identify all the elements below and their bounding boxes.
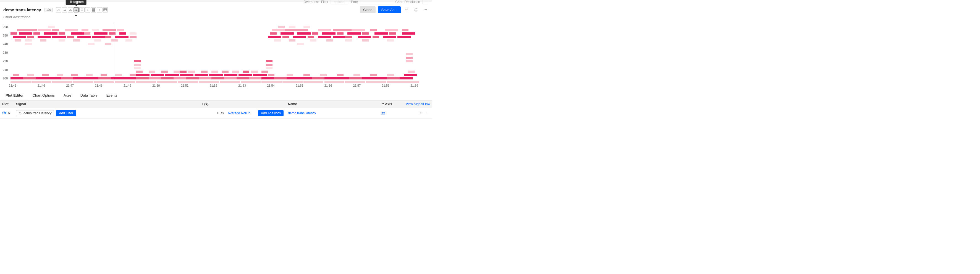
share-icon[interactable]	[403, 6, 410, 13]
more-icon[interactable]	[422, 6, 429, 13]
chart-type-text-chart[interactable]: !	[97, 7, 102, 13]
svg-rect-0	[69, 10, 70, 11]
heatmap-cell	[94, 39, 101, 42]
plot-name[interactable]: demo.trans.latency	[286, 110, 380, 116]
heatmap-cell	[180, 74, 193, 76]
heatmap-cell	[115, 74, 122, 76]
resolution-button[interactable]	[422, 0, 428, 5]
heatmap-cell	[77, 36, 91, 38]
heatmap-cell	[48, 77, 61, 79]
svg-rect-7	[92, 8, 93, 9]
heatmap-cell	[117, 29, 124, 31]
yaxis-select[interactable]: left	[380, 110, 402, 116]
heatmap-cell	[149, 71, 155, 73]
heatmap-cell	[362, 77, 375, 79]
heatmap-cell	[38, 36, 51, 38]
svg-rect-9	[94, 8, 95, 9]
heatmap-cell	[86, 77, 99, 79]
heatmap-cell	[251, 71, 258, 73]
chart-resolution-label: Chart Resolution	[396, 0, 420, 4]
heatmap-cell	[130, 74, 136, 76]
chart-type-table-chart[interactable]	[103, 7, 108, 13]
visibility-toggle-icon[interactable]	[2, 111, 6, 116]
heatmap-cell	[209, 74, 223, 76]
heatmap-cell	[111, 39, 118, 42]
heatmap-cell	[322, 32, 336, 35]
heatmap-cell	[52, 81, 72, 83]
x-tick-label: 21:50	[152, 84, 160, 87]
overrides-label: Overrides:	[304, 0, 319, 4]
svg-point-26	[426, 112, 426, 113]
heatmap-cell	[36, 77, 49, 79]
heatmap-cell	[186, 77, 199, 79]
heatmap-cell	[161, 77, 174, 79]
rollup-select[interactable]: Average Rollup	[228, 111, 258, 115]
heatmap-cell	[33, 32, 40, 35]
svg-text:4: 4	[87, 9, 88, 11]
top-filter-strip: Overrides: Filter optional Time Chart Re…	[0, 0, 432, 2]
heatmap-cell	[278, 26, 285, 28]
gear-icon[interactable]	[419, 111, 423, 116]
tab-axes[interactable]: Axes	[59, 91, 76, 100]
heatmap-cell	[13, 36, 26, 38]
chart-type-heatmap-chart[interactable]	[91, 7, 96, 13]
tab-plot-editor[interactable]: Plot Editor	[1, 91, 28, 100]
time-cursor[interactable]	[113, 22, 113, 80]
plot-row: A demo.trans.latency Add Filter 18 ts Av…	[0, 108, 432, 119]
svg-rect-1	[70, 9, 70, 11]
heatmap-cell	[310, 39, 317, 42]
chart-type-histogram[interactable]: Histogram	[73, 7, 79, 13]
heatmap-cell	[243, 71, 249, 73]
heatmap-cell	[23, 77, 36, 79]
heatmap-cell	[130, 32, 136, 35]
x-tick-label: 21:46	[38, 84, 45, 87]
heatmap-cell	[282, 36, 289, 38]
bell-icon[interactable]	[412, 6, 420, 13]
heatmap-cell	[333, 29, 353, 31]
heatmap-cell	[157, 81, 177, 83]
save-as-button[interactable]: Save As...	[378, 6, 401, 13]
heatmap-cell	[289, 26, 296, 28]
chart-type-list-chart[interactable]	[79, 7, 84, 13]
histogram-chart[interactable]: 200210220230240250260	[11, 22, 429, 83]
heatmap-cell	[337, 77, 350, 79]
chart-type-area-chart[interactable]	[62, 7, 67, 13]
filter-input[interactable]: optional	[331, 0, 348, 5]
chart-type-line-chart[interactable]	[56, 7, 61, 13]
tab-data-table[interactable]: Data Table	[76, 91, 102, 100]
add-analytics-button[interactable]: Add Analytics	[258, 110, 283, 116]
heatmap-cell	[387, 81, 407, 83]
heatmap-cell	[224, 77, 237, 79]
more-icon[interactable]	[425, 111, 429, 116]
heatmap-cell	[362, 39, 369, 42]
name-col-header: Name	[286, 101, 380, 108]
heatmap-cell	[15, 39, 21, 42]
heatmap-cell	[71, 32, 84, 35]
heatmap-cell	[88, 43, 94, 45]
time-input[interactable]	[360, 0, 393, 5]
heatmap-cell	[261, 81, 282, 83]
heatmap-cell	[270, 32, 277, 35]
chart-type-single-value-chart[interactable]: 4	[85, 7, 91, 13]
close-button[interactable]: Close	[360, 6, 375, 13]
tab-chart-options[interactable]: Chart Options	[28, 91, 59, 100]
chart-title: demo.trans.latency	[3, 8, 41, 12]
tab-events[interactable]: Events	[102, 91, 122, 100]
chart-type-column-chart[interactable]	[68, 7, 73, 13]
add-filter-button[interactable]: Add Filter	[56, 110, 76, 116]
heatmap-cell	[178, 81, 198, 83]
heatmap-cell	[387, 77, 401, 79]
svg-rect-12	[94, 10, 95, 10]
signal-chip[interactable]: demo.trans.latency	[16, 110, 54, 116]
x-tick-label: 21:48	[95, 84, 103, 87]
view-signalflow-link[interactable]: View SignalFlow	[402, 101, 432, 108]
heatmap-cell	[73, 77, 86, 79]
heatmap-cell	[40, 39, 46, 42]
heatmap-cell	[312, 32, 318, 35]
chart-description[interactable]: Chart description	[0, 15, 432, 21]
heatmap-cell	[67, 36, 73, 38]
heatmap-cell	[25, 43, 32, 45]
heatmap-cell	[366, 81, 387, 83]
heatmap-cell	[387, 39, 394, 42]
svg-point-25	[420, 112, 422, 114]
